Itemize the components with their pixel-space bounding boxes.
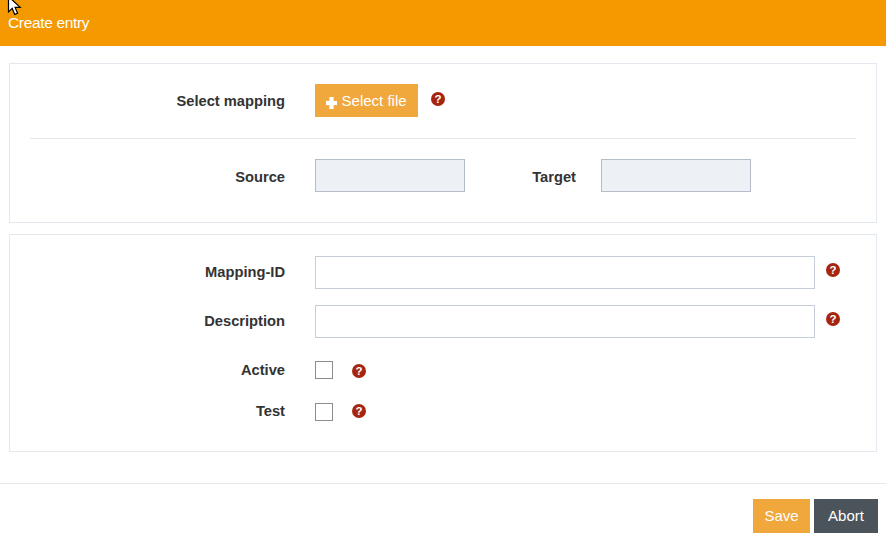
svg-text:?: ? [356, 365, 363, 377]
svg-text:?: ? [356, 405, 363, 417]
svg-text:?: ? [435, 93, 442, 105]
svg-text:?: ? [830, 313, 837, 325]
svg-text:?: ? [830, 264, 837, 276]
